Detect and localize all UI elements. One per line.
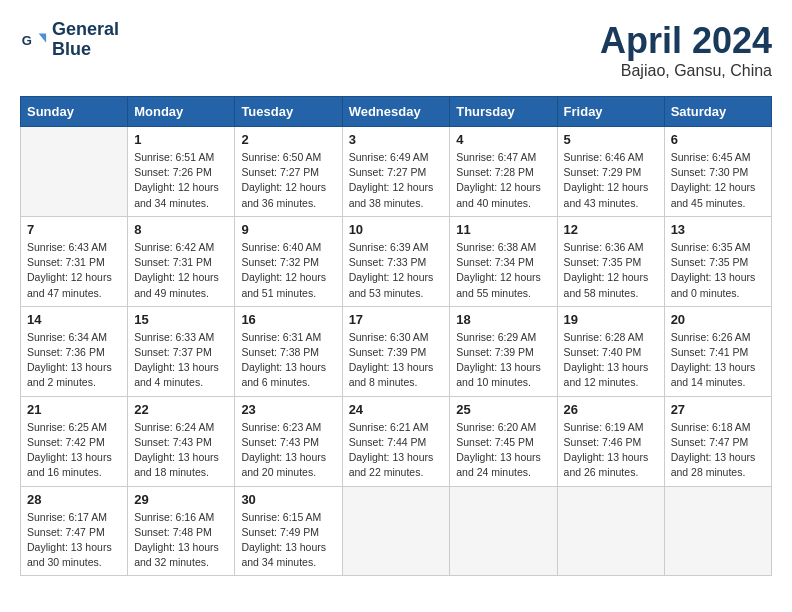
calendar-cell: 12Sunrise: 6:36 AMSunset: 7:35 PMDayligh… bbox=[557, 216, 664, 306]
calendar-cell: 15Sunrise: 6:33 AMSunset: 7:37 PMDayligh… bbox=[128, 306, 235, 396]
header-day: Friday bbox=[557, 97, 664, 127]
header-day: Tuesday bbox=[235, 97, 342, 127]
calendar-cell: 6Sunrise: 6:45 AMSunset: 7:30 PMDaylight… bbox=[664, 127, 771, 217]
day-detail: Sunrise: 6:38 AMSunset: 7:34 PMDaylight:… bbox=[456, 240, 550, 301]
day-detail: Sunrise: 6:47 AMSunset: 7:28 PMDaylight:… bbox=[456, 150, 550, 211]
calendar-week-row: 28Sunrise: 6:17 AMSunset: 7:47 PMDayligh… bbox=[21, 486, 772, 576]
day-detail: Sunrise: 6:36 AMSunset: 7:35 PMDaylight:… bbox=[564, 240, 658, 301]
day-detail: Sunrise: 6:23 AMSunset: 7:43 PMDaylight:… bbox=[241, 420, 335, 481]
calendar-cell: 21Sunrise: 6:25 AMSunset: 7:42 PMDayligh… bbox=[21, 396, 128, 486]
calendar-cell: 30Sunrise: 6:15 AMSunset: 7:49 PMDayligh… bbox=[235, 486, 342, 576]
day-detail: Sunrise: 6:30 AMSunset: 7:39 PMDaylight:… bbox=[349, 330, 444, 391]
svg-text:G: G bbox=[22, 32, 32, 47]
day-detail: Sunrise: 6:28 AMSunset: 7:40 PMDaylight:… bbox=[564, 330, 658, 391]
day-number: 7 bbox=[27, 222, 121, 237]
day-number: 18 bbox=[456, 312, 550, 327]
header-row: SundayMondayTuesdayWednesdayThursdayFrid… bbox=[21, 97, 772, 127]
day-detail: Sunrise: 6:21 AMSunset: 7:44 PMDaylight:… bbox=[349, 420, 444, 481]
calendar-cell: 7Sunrise: 6:43 AMSunset: 7:31 PMDaylight… bbox=[21, 216, 128, 306]
day-number: 19 bbox=[564, 312, 658, 327]
header-day: Saturday bbox=[664, 97, 771, 127]
day-number: 22 bbox=[134, 402, 228, 417]
calendar-cell: 4Sunrise: 6:47 AMSunset: 7:28 PMDaylight… bbox=[450, 127, 557, 217]
calendar-cell: 28Sunrise: 6:17 AMSunset: 7:47 PMDayligh… bbox=[21, 486, 128, 576]
day-number: 1 bbox=[134, 132, 228, 147]
day-number: 13 bbox=[671, 222, 765, 237]
calendar-cell bbox=[342, 486, 450, 576]
page-header: G General Blue April 2024 Bajiao, Gansu,… bbox=[20, 20, 772, 80]
day-number: 17 bbox=[349, 312, 444, 327]
calendar-cell: 1Sunrise: 6:51 AMSunset: 7:26 PMDaylight… bbox=[128, 127, 235, 217]
calendar-cell: 11Sunrise: 6:38 AMSunset: 7:34 PMDayligh… bbox=[450, 216, 557, 306]
calendar-cell: 5Sunrise: 6:46 AMSunset: 7:29 PMDaylight… bbox=[557, 127, 664, 217]
day-detail: Sunrise: 6:45 AMSunset: 7:30 PMDaylight:… bbox=[671, 150, 765, 211]
day-number: 10 bbox=[349, 222, 444, 237]
calendar-cell: 23Sunrise: 6:23 AMSunset: 7:43 PMDayligh… bbox=[235, 396, 342, 486]
calendar-cell: 26Sunrise: 6:19 AMSunset: 7:46 PMDayligh… bbox=[557, 396, 664, 486]
title-block: April 2024 Bajiao, Gansu, China bbox=[600, 20, 772, 80]
day-number: 9 bbox=[241, 222, 335, 237]
calendar-cell: 16Sunrise: 6:31 AMSunset: 7:38 PMDayligh… bbox=[235, 306, 342, 396]
calendar-table: SundayMondayTuesdayWednesdayThursdayFrid… bbox=[20, 96, 772, 576]
calendar-week-row: 21Sunrise: 6:25 AMSunset: 7:42 PMDayligh… bbox=[21, 396, 772, 486]
day-detail: Sunrise: 6:25 AMSunset: 7:42 PMDaylight:… bbox=[27, 420, 121, 481]
header-day: Wednesday bbox=[342, 97, 450, 127]
calendar-cell: 9Sunrise: 6:40 AMSunset: 7:32 PMDaylight… bbox=[235, 216, 342, 306]
day-detail: Sunrise: 6:35 AMSunset: 7:35 PMDaylight:… bbox=[671, 240, 765, 301]
calendar-cell: 14Sunrise: 6:34 AMSunset: 7:36 PMDayligh… bbox=[21, 306, 128, 396]
day-detail: Sunrise: 6:49 AMSunset: 7:27 PMDaylight:… bbox=[349, 150, 444, 211]
day-detail: Sunrise: 6:18 AMSunset: 7:47 PMDaylight:… bbox=[671, 420, 765, 481]
month-title: April 2024 bbox=[600, 20, 772, 62]
day-number: 14 bbox=[27, 312, 121, 327]
location: Bajiao, Gansu, China bbox=[600, 62, 772, 80]
calendar-cell: 29Sunrise: 6:16 AMSunset: 7:48 PMDayligh… bbox=[128, 486, 235, 576]
day-number: 5 bbox=[564, 132, 658, 147]
day-detail: Sunrise: 6:51 AMSunset: 7:26 PMDaylight:… bbox=[134, 150, 228, 211]
svg-marker-1 bbox=[39, 33, 46, 42]
day-number: 4 bbox=[456, 132, 550, 147]
day-detail: Sunrise: 6:46 AMSunset: 7:29 PMDaylight:… bbox=[564, 150, 658, 211]
header-day: Thursday bbox=[450, 97, 557, 127]
day-detail: Sunrise: 6:34 AMSunset: 7:36 PMDaylight:… bbox=[27, 330, 121, 391]
calendar-cell bbox=[450, 486, 557, 576]
logo-icon: G bbox=[20, 26, 48, 54]
day-detail: Sunrise: 6:26 AMSunset: 7:41 PMDaylight:… bbox=[671, 330, 765, 391]
day-number: 21 bbox=[27, 402, 121, 417]
calendar-cell: 19Sunrise: 6:28 AMSunset: 7:40 PMDayligh… bbox=[557, 306, 664, 396]
calendar-cell: 3Sunrise: 6:49 AMSunset: 7:27 PMDaylight… bbox=[342, 127, 450, 217]
calendar-cell bbox=[664, 486, 771, 576]
day-number: 12 bbox=[564, 222, 658, 237]
day-detail: Sunrise: 6:16 AMSunset: 7:48 PMDaylight:… bbox=[134, 510, 228, 571]
calendar-cell: 24Sunrise: 6:21 AMSunset: 7:44 PMDayligh… bbox=[342, 396, 450, 486]
calendar-cell: 22Sunrise: 6:24 AMSunset: 7:43 PMDayligh… bbox=[128, 396, 235, 486]
calendar-cell bbox=[21, 127, 128, 217]
day-number: 29 bbox=[134, 492, 228, 507]
day-number: 28 bbox=[27, 492, 121, 507]
day-number: 11 bbox=[456, 222, 550, 237]
day-number: 24 bbox=[349, 402, 444, 417]
day-detail: Sunrise: 6:42 AMSunset: 7:31 PMDaylight:… bbox=[134, 240, 228, 301]
calendar-cell: 2Sunrise: 6:50 AMSunset: 7:27 PMDaylight… bbox=[235, 127, 342, 217]
day-number: 2 bbox=[241, 132, 335, 147]
calendar-cell: 8Sunrise: 6:42 AMSunset: 7:31 PMDaylight… bbox=[128, 216, 235, 306]
day-detail: Sunrise: 6:43 AMSunset: 7:31 PMDaylight:… bbox=[27, 240, 121, 301]
day-detail: Sunrise: 6:24 AMSunset: 7:43 PMDaylight:… bbox=[134, 420, 228, 481]
day-detail: Sunrise: 6:29 AMSunset: 7:39 PMDaylight:… bbox=[456, 330, 550, 391]
day-number: 27 bbox=[671, 402, 765, 417]
day-detail: Sunrise: 6:40 AMSunset: 7:32 PMDaylight:… bbox=[241, 240, 335, 301]
day-detail: Sunrise: 6:50 AMSunset: 7:27 PMDaylight:… bbox=[241, 150, 335, 211]
day-number: 23 bbox=[241, 402, 335, 417]
day-number: 8 bbox=[134, 222, 228, 237]
calendar-cell: 20Sunrise: 6:26 AMSunset: 7:41 PMDayligh… bbox=[664, 306, 771, 396]
calendar-cell: 18Sunrise: 6:29 AMSunset: 7:39 PMDayligh… bbox=[450, 306, 557, 396]
day-detail: Sunrise: 6:17 AMSunset: 7:47 PMDaylight:… bbox=[27, 510, 121, 571]
day-number: 26 bbox=[564, 402, 658, 417]
calendar-week-row: 1Sunrise: 6:51 AMSunset: 7:26 PMDaylight… bbox=[21, 127, 772, 217]
day-detail: Sunrise: 6:39 AMSunset: 7:33 PMDaylight:… bbox=[349, 240, 444, 301]
calendar-cell: 27Sunrise: 6:18 AMSunset: 7:47 PMDayligh… bbox=[664, 396, 771, 486]
calendar-header: SundayMondayTuesdayWednesdayThursdayFrid… bbox=[21, 97, 772, 127]
day-number: 16 bbox=[241, 312, 335, 327]
calendar-cell: 17Sunrise: 6:30 AMSunset: 7:39 PMDayligh… bbox=[342, 306, 450, 396]
header-day: Monday bbox=[128, 97, 235, 127]
calendar-cell: 13Sunrise: 6:35 AMSunset: 7:35 PMDayligh… bbox=[664, 216, 771, 306]
